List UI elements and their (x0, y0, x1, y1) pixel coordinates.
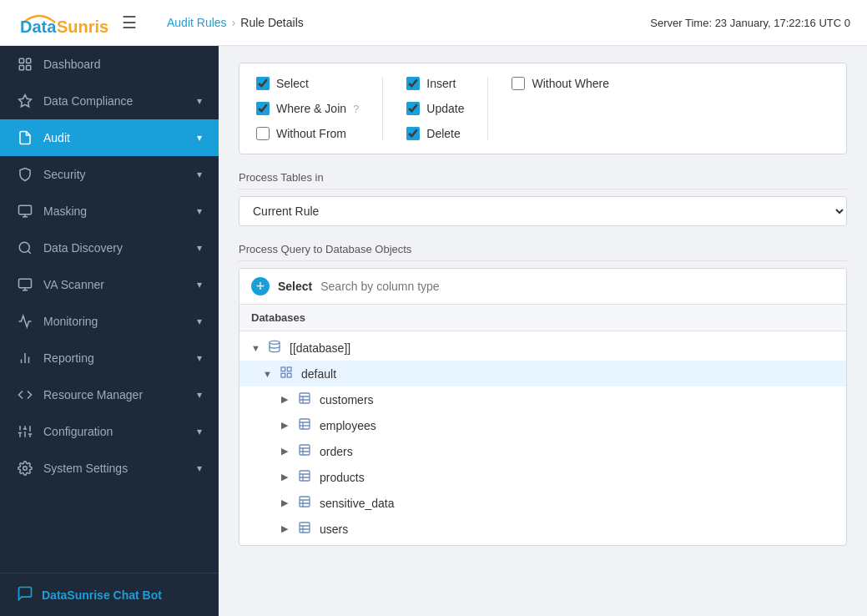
query-types-box: Select Where & Join ? Without From Inser… (239, 63, 847, 154)
sidebar-item-masking[interactable]: Masking ▾ (0, 193, 219, 230)
tree-row-orders[interactable]: ▶ orders (239, 438, 846, 464)
svg-text:Sunrise: Sunrise (57, 18, 108, 36)
process-tables-label: Process Tables in (239, 171, 847, 189)
settings-icon (17, 460, 33, 477)
without-from-label: Without From (276, 127, 346, 140)
sidebar-label-reporting: Reporting (43, 351, 94, 365)
checkbox-without-where[interactable]: Without Where (512, 77, 609, 90)
grid-icon (17, 56, 33, 73)
svg-point-10 (19, 242, 29, 252)
chevron-right-icon: ▶ (281, 523, 291, 534)
chatbot-bar[interactable]: DataSunrise Chat Bot (0, 573, 219, 616)
svg-rect-37 (300, 419, 310, 429)
box-icon (17, 203, 33, 220)
chevron-down-icon: ▾ (197, 316, 202, 327)
process-tables-select[interactable]: Current Rule (239, 196, 847, 226)
orders-label: orders (320, 445, 353, 458)
star-icon (17, 93, 33, 109)
table-icon (298, 495, 311, 511)
breadcrumb-separator: › (232, 16, 236, 29)
sidebar-item-data-discovery[interactable]: Data Discovery ▾ (0, 230, 219, 266)
add-select-button[interactable]: + (251, 277, 270, 295)
without-where-label: Without Where (532, 77, 609, 90)
chevron-down-icon: ▾ (197, 389, 202, 401)
sidebar-label-masking: Masking (43, 204, 87, 218)
tree-row-employees[interactable]: ▶ employees (239, 412, 846, 438)
database-icon (268, 340, 281, 356)
without-from-checkbox[interactable] (256, 127, 270, 140)
svg-rect-45 (300, 471, 310, 481)
sidebar-item-resource-manager[interactable]: Resource Manager ▾ (0, 376, 219, 413)
sidebar-item-audit[interactable]: Audit ▾ (0, 119, 219, 156)
svg-point-28 (270, 341, 280, 344)
tree-row-users[interactable]: ▶ users (239, 516, 846, 542)
table-icon (298, 391, 311, 407)
sidebar-label-resource-manager: Resource Manager (43, 388, 143, 401)
insert-checkbox[interactable] (406, 77, 420, 90)
employees-label: employees (320, 419, 376, 432)
sliders-icon (17, 423, 33, 440)
checkbox-insert[interactable]: Insert (406, 77, 464, 90)
menu-toggle-icon[interactable]: ☰ (122, 13, 137, 33)
tree-row-products[interactable]: ▶ products (239, 464, 846, 490)
chevron-right-icon: ▶ (281, 497, 291, 508)
sidebar-item-va-scanner[interactable]: VA Scanner ▾ (0, 266, 219, 303)
sidebar-label-monitoring: Monitoring (43, 315, 98, 328)
breadcrumb: Audit Rules › Rule Details (167, 16, 304, 29)
column-type-search[interactable] (320, 280, 834, 293)
process-query-label: Process Query to Database Objects (239, 243, 847, 261)
chevron-down-icon: ▾ (197, 132, 202, 144)
table-icon (298, 443, 311, 459)
delete-checkbox[interactable] (406, 127, 420, 140)
insert-label: Insert (426, 77, 456, 90)
checkbox-update[interactable]: Update (406, 102, 464, 115)
content-area: Select Where & Join ? Without From Inser… (219, 46, 867, 616)
sidebar-item-system-settings[interactable]: System Settings ▾ (0, 450, 219, 487)
chevron-down-icon: ▾ (197, 462, 202, 474)
svg-rect-32 (281, 373, 285, 377)
select-checkbox[interactable] (256, 77, 270, 90)
sidebar-item-monitoring[interactable]: Monitoring ▾ (0, 303, 219, 340)
sidebar-item-data-compliance[interactable]: Data Compliance ▾ (0, 83, 219, 119)
checkbox-where-join[interactable]: Where & Join ? (256, 102, 359, 115)
update-checkbox[interactable] (406, 102, 420, 115)
chat-icon (17, 585, 33, 604)
logo: Data Sunrise (17, 8, 108, 38)
update-label: Update (426, 102, 464, 115)
table-icon (298, 469, 311, 485)
svg-rect-53 (300, 523, 310, 533)
chevron-down-icon: ▾ (197, 169, 202, 180)
sidebar-item-security[interactable]: Security ▾ (0, 156, 219, 193)
tree-row-default[interactable]: ▼ default (239, 361, 846, 386)
server-time-value: 23 January, 17:22:16 UTC 0 (715, 17, 850, 29)
checkbox-select[interactable]: Select (256, 77, 359, 90)
chevron-down-icon: ▾ (197, 242, 202, 254)
where-join-checkbox[interactable] (256, 102, 270, 115)
query-col-3: Without Where (512, 77, 609, 140)
svg-rect-3 (27, 58, 31, 63)
checkbox-delete[interactable]: Delete (406, 127, 464, 140)
help-icon[interactable]: ? (353, 103, 359, 115)
tree-row-sensitive-data[interactable]: ▶ sensitive_data (239, 490, 846, 516)
chevron-down-icon: ▾ (197, 279, 202, 290)
checkbox-without-from[interactable]: Without From (256, 127, 359, 140)
sidebar-item-dashboard[interactable]: Dashboard (0, 46, 219, 83)
svg-rect-2 (19, 58, 23, 63)
breadcrumb-parent[interactable]: Audit Rules (167, 16, 227, 29)
sidebar-label-configuration: Configuration (43, 425, 113, 438)
where-join-label: Where & Join (276, 102, 346, 115)
desktop-icon (17, 313, 33, 330)
sidebar-item-reporting[interactable]: Reporting ▾ (0, 340, 219, 376)
chevron-down-icon: ▾ (197, 95, 202, 107)
users-label: users (320, 523, 348, 536)
sidebar-label-dashboard: Dashboard (43, 58, 101, 71)
sidebar-label-system-settings: System Settings (43, 462, 128, 475)
sidebar-label-data-compliance: Data Compliance (43, 94, 133, 108)
database-tree: ▼ [[database]] ▼ (239, 331, 846, 545)
chevron-down-icon: ▼ (251, 343, 261, 353)
without-where-checkbox[interactable] (512, 77, 525, 90)
schema-label: default (301, 367, 336, 381)
tree-row-database[interactable]: ▼ [[database]] (239, 335, 846, 361)
sidebar-item-configuration[interactable]: Configuration ▾ (0, 413, 219, 450)
tree-row-customers[interactable]: ▶ customers (239, 386, 846, 412)
